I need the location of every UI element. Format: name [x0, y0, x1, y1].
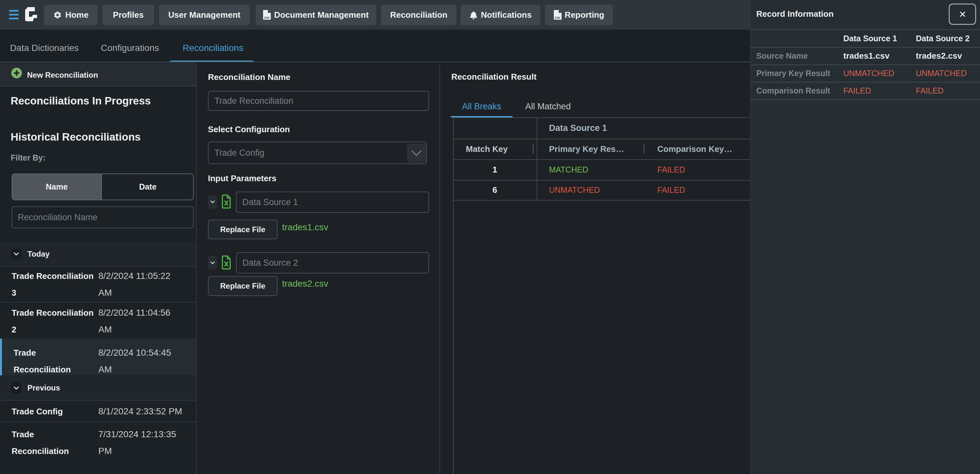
svg-text:csv: csv [555, 16, 560, 19]
svg-text:csv: csv [264, 16, 269, 19]
